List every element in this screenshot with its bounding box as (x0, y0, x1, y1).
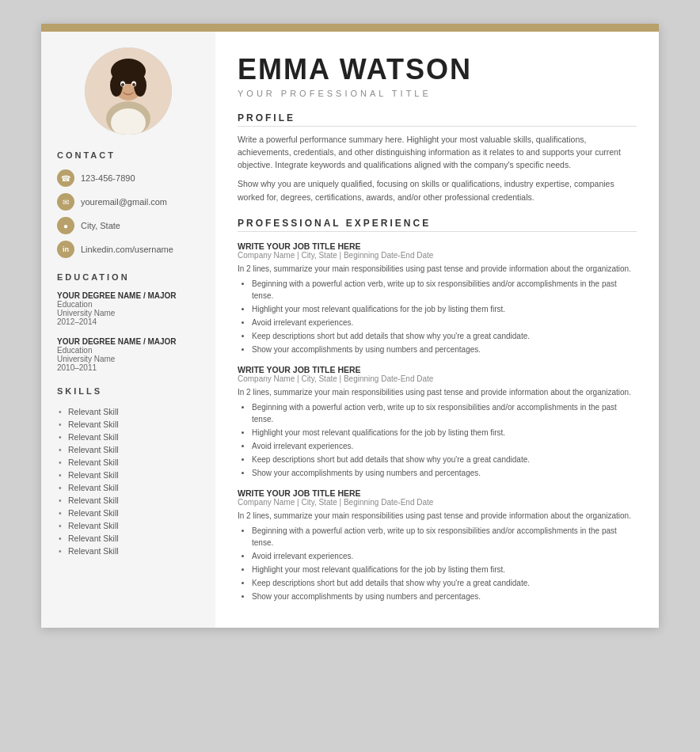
education-section-title: EDUCATION (57, 272, 200, 282)
svg-point-10 (132, 83, 135, 86)
job-bullet-1-3: Avoid irrelevant experiences. (252, 317, 637, 329)
job-desc-2: In 2 lines, summarize your main responsi… (238, 386, 637, 398)
job-bullets-1: Beginning with a powerful action verb, w… (238, 278, 637, 355)
skill-item-6: Relevant Skill (57, 469, 200, 481)
skill-item-4: Relevant Skill (57, 443, 200, 456)
edu-type-1: Education (57, 300, 200, 309)
resume-name: EMMA WATSON (238, 54, 637, 85)
svg-point-9 (121, 83, 124, 86)
job-title-2: WRITE YOUR JOB TITLE HERE (238, 365, 637, 374)
skill-item-9: Relevant Skill (57, 507, 200, 519)
contact-section-title: CONTACT (57, 150, 200, 160)
main-content: EMMA WATSON YOUR PROFESSIONAL TITLE PROF… (215, 32, 659, 628)
phone-icon: ☎ (57, 169, 74, 187)
job-bullet-2-5: Show your accomplishments by using numbe… (252, 467, 637, 479)
job-item-2: WRITE YOUR JOB TITLE HERECompany Name | … (238, 365, 637, 479)
job-bullet-2-1: Beginning with a powerful action verb, w… (252, 401, 637, 425)
skills-section-title: SKILLS (57, 386, 200, 396)
contact-phone: ☎ 123-456-7890 (57, 169, 200, 187)
edu-university-2: University Name (57, 355, 200, 363)
profile-para-1: Write a powerful performance summary her… (238, 133, 637, 172)
edu-type-2: Education (57, 346, 200, 355)
edu-degree-2: YOUR DEGREE NAME / MAJOR (57, 337, 200, 346)
job-meta-1: Company Name | City, State | Beginning D… (238, 251, 637, 260)
job-desc-3: In 2 lines, summarize your main responsi… (238, 510, 637, 522)
name-block: EMMA WATSON YOUR PROFESSIONAL TITLE (238, 54, 637, 98)
job-bullets-3: Beginning with a powerful action verb, w… (238, 525, 637, 602)
job-bullet-2-2: Highlight your most relevant qualificati… (252, 427, 637, 439)
resume-professional-title: YOUR PROFESSIONAL TITLE (238, 89, 637, 98)
edu-degree-1: YOUR DEGREE NAME / MAJOR (57, 291, 200, 300)
job-bullet-3-5: Show your accomplishments by using numbe… (252, 591, 637, 602)
job-bullets-2: Beginning with a powerful action verb, w… (238, 401, 637, 479)
profile-section-title: PROFILE (238, 112, 637, 127)
resume-document: CONTACT ☎ 123-456-7890 ✉ youremail@gmail… (41, 24, 659, 628)
linkedin-icon: in (57, 241, 74, 258)
job-bullet-1-5: Show your accomplishments by using numbe… (252, 344, 637, 355)
job-bullet-1-2: Highlight your most relevant qualificati… (252, 303, 637, 315)
skill-item-5: Relevant Skill (57, 456, 200, 469)
education-item-1: YOUR DEGREE NAME / MAJOR Education Unive… (57, 291, 200, 326)
job-bullet-3-4: Keep descriptions short but add details … (252, 577, 637, 589)
edu-years-1: 2012–2014 (57, 317, 200, 326)
skill-item-1: Relevant Skill (57, 405, 200, 418)
job-bullet-3-3: Highlight your most relevant qualificati… (252, 564, 637, 575)
skill-item-12: Relevant Skill (57, 545, 200, 557)
job-bullet-2-3: Avoid irrelevant experiences. (252, 440, 637, 452)
skills-list: Relevant SkillRelevant SkillRelevant Ski… (57, 405, 200, 557)
job-bullet-3-1: Beginning with a powerful action verb, w… (252, 525, 637, 549)
contact-linkedin: in Linkedin.com/username (57, 241, 200, 258)
job-desc-1: In 2 lines, summarize your main responsi… (238, 263, 637, 275)
edu-university-1: University Name (57, 309, 200, 317)
job-bullet-2-4: Keep descriptions short but add details … (252, 454, 637, 465)
contact-email: ✉ youremail@gmail.com (57, 193, 200, 211)
contact-location: ● City, State (57, 217, 200, 234)
experience-section-title: PROFESSIONAL EXPERIENCE (238, 218, 637, 232)
skill-item-10: Relevant Skill (57, 519, 200, 532)
skill-item-7: Relevant Skill (57, 481, 200, 494)
profile-photo (85, 47, 172, 135)
job-bullet-1-4: Keep descriptions short but add details … (252, 330, 637, 342)
sidebar: CONTACT ☎ 123-456-7890 ✉ youremail@gmail… (41, 32, 215, 628)
profile-para-2: Show why you are uniquely qualified, foc… (238, 177, 637, 203)
skill-item-2: Relevant Skill (57, 418, 200, 431)
job-meta-2: Company Name | City, State | Beginning D… (238, 374, 637, 383)
job-title-1: WRITE YOUR JOB TITLE HERE (238, 241, 637, 251)
top-accent-bar (41, 24, 659, 32)
skill-item-8: Relevant Skill (57, 494, 200, 507)
jobs-container: WRITE YOUR JOB TITLE HERECompany Name | … (238, 241, 637, 602)
job-item-1: WRITE YOUR JOB TITLE HERECompany Name | … (238, 241, 637, 355)
skill-item-3: Relevant Skill (57, 431, 200, 443)
job-item-3: WRITE YOUR JOB TITLE HERECompany Name | … (238, 488, 637, 602)
skill-item-11: Relevant Skill (57, 532, 200, 545)
edu-years-2: 2010–2011 (57, 363, 200, 372)
email-icon: ✉ (57, 193, 74, 211)
job-bullet-3-2: Avoid irrelevant experiences. (252, 550, 637, 562)
job-bullet-1-1: Beginning with a powerful action verb, w… (252, 278, 637, 302)
job-title-3: WRITE YOUR JOB TITLE HERE (238, 488, 637, 498)
education-item-2: YOUR DEGREE NAME / MAJOR Education Unive… (57, 337, 200, 372)
location-icon: ● (57, 217, 74, 234)
job-meta-3: Company Name | City, State | Beginning D… (238, 498, 637, 507)
